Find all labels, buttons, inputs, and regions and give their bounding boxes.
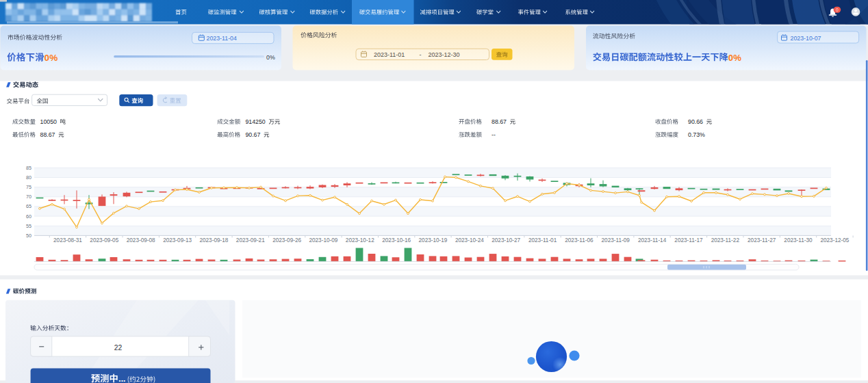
svg-text:--: -- — [492, 131, 496, 138]
svg-text:2023-11-06: 2023-11-06 — [565, 237, 593, 243]
svg-text:50: 50 — [26, 233, 31, 239]
svg-text:914250: 914250 — [245, 118, 265, 125]
svg-text:70: 70 — [26, 194, 31, 200]
svg-text:2023-11-04: 2023-11-04 — [207, 35, 237, 42]
svg-text:60: 60 — [26, 213, 31, 220]
svg-text:2023-10-16: 2023-10-16 — [382, 237, 411, 243]
svg-text:2023-09-08: 2023-09-08 — [127, 237, 155, 243]
svg-text:2023-10-12: 2023-10-12 — [346, 237, 374, 243]
svg-text:75: 75 — [26, 184, 31, 190]
svg-text:-: - — [420, 51, 422, 58]
svg-text:2023-10-09: 2023-10-09 — [309, 237, 337, 243]
svg-text:2023-11-22: 2023-11-22 — [711, 237, 740, 243]
svg-text:2023-11-30: 2023-11-30 — [784, 237, 813, 243]
svg-text:2023-11-09: 2023-11-09 — [602, 237, 630, 243]
svg-text:0%: 0% — [728, 53, 741, 63]
svg-text:90.66: 90.66 — [688, 118, 703, 125]
svg-text:90.67: 90.67 — [245, 131, 260, 138]
svg-text:2023-09-05: 2023-09-05 — [90, 237, 118, 243]
svg-text:80: 80 — [26, 174, 31, 181]
svg-text:65: 65 — [26, 203, 31, 209]
svg-text:2023-10-19: 2023-10-19 — [419, 237, 448, 243]
svg-text:2023-09-18: 2023-09-18 — [199, 237, 228, 243]
svg-text:0%: 0% — [266, 54, 275, 61]
svg-text:2023-12-30: 2023-12-30 — [429, 51, 460, 58]
svg-text:2023-10-27: 2023-10-27 — [492, 237, 520, 243]
svg-text:2023-11-14: 2023-11-14 — [638, 237, 667, 243]
svg-text:2023-09-13: 2023-09-13 — [163, 237, 192, 243]
svg-text:2023-12-05: 2023-12-05 — [820, 237, 849, 243]
svg-text:10050: 10050 — [40, 118, 58, 125]
svg-text:85: 85 — [26, 165, 31, 171]
svg-text:2023-11-17: 2023-11-17 — [674, 237, 703, 243]
svg-text:0.73%: 0.73% — [688, 131, 705, 138]
svg-text:...: ... — [118, 374, 125, 383]
svg-text:2023-08-31: 2023-08-31 — [53, 237, 82, 243]
svg-text:2023-10-07: 2023-10-07 — [791, 35, 821, 42]
svg-text:0: 0 — [836, 8, 839, 12]
svg-text:55: 55 — [26, 223, 31, 229]
svg-text:88.67: 88.67 — [40, 131, 55, 138]
svg-text:88.67: 88.67 — [492, 118, 507, 125]
svg-text:2023-11-01: 2023-11-01 — [528, 237, 557, 243]
svg-text:2023-10-24: 2023-10-24 — [455, 237, 484, 243]
svg-text:2023-11-01: 2023-11-01 — [374, 51, 405, 58]
svg-text:2023-09-21: 2023-09-21 — [236, 237, 265, 243]
svg-text:2023-09-26: 2023-09-26 — [272, 237, 301, 243]
svg-text:22: 22 — [114, 344, 123, 352]
svg-text:0%: 0% — [44, 53, 58, 63]
svg-text:2023-11-27: 2023-11-27 — [748, 237, 776, 243]
